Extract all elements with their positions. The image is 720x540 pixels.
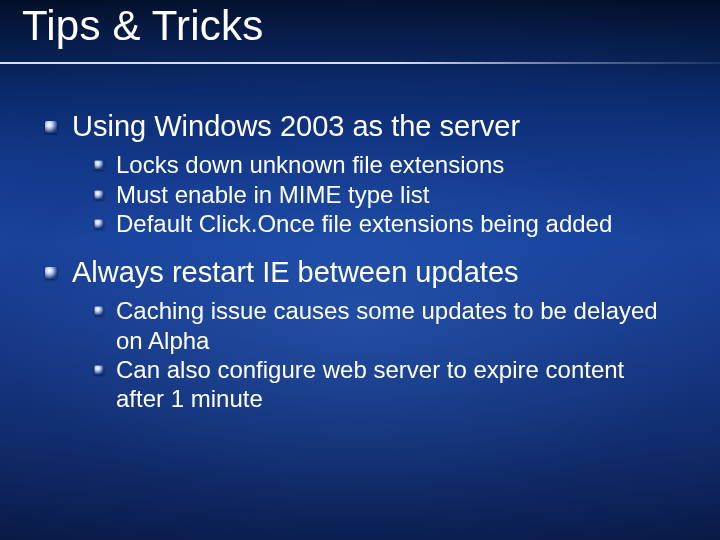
- bullet-icon: [94, 219, 104, 229]
- slide: Tips & Tricks Using Windows 2003 as the …: [0, 0, 720, 540]
- list-item-text: Caching issue causes some updates to be …: [116, 296, 676, 355]
- list-item: Default Click.Once file extensions being…: [94, 209, 680, 238]
- bullet-icon: [94, 160, 104, 170]
- list-item: Caching issue causes some updates to be …: [94, 296, 680, 355]
- list-item: Always restart IE between updates: [44, 254, 680, 290]
- bullet-icon: [94, 306, 104, 316]
- list-item-text: Can also configure web server to expire …: [116, 355, 676, 414]
- title-underline: [0, 62, 720, 64]
- svg-rect-4: [45, 267, 57, 279]
- list-item-text: Locks down unknown file extensions: [116, 150, 504, 179]
- svg-rect-0: [45, 121, 57, 133]
- bullet-icon: [94, 365, 104, 375]
- svg-rect-1: [95, 161, 104, 170]
- slide-title: Tips & Tricks: [22, 2, 263, 50]
- slide-content: Using Windows 2003 as the server Locks d…: [44, 108, 680, 429]
- list-item-text: Default Click.Once file extensions being…: [116, 209, 612, 238]
- svg-rect-6: [95, 365, 104, 374]
- svg-rect-2: [95, 190, 104, 199]
- bullet-icon: [44, 266, 58, 280]
- list-item: Can also configure web server to expire …: [94, 355, 680, 414]
- bullet-icon: [44, 120, 58, 134]
- svg-rect-3: [95, 219, 104, 228]
- list-item-text: Must enable in MIME type list: [116, 180, 429, 209]
- list-item: Using Windows 2003 as the server: [44, 108, 680, 144]
- list-item-text: Always restart IE between updates: [72, 254, 519, 290]
- svg-rect-5: [95, 307, 104, 316]
- list-item: Must enable in MIME type list: [94, 180, 680, 209]
- list-item-text: Using Windows 2003 as the server: [72, 108, 520, 144]
- sublist: Locks down unknown file extensions Must …: [94, 150, 680, 238]
- sublist: Caching issue causes some updates to be …: [94, 296, 680, 413]
- bullet-icon: [94, 190, 104, 200]
- list-item: Locks down unknown file extensions: [94, 150, 680, 179]
